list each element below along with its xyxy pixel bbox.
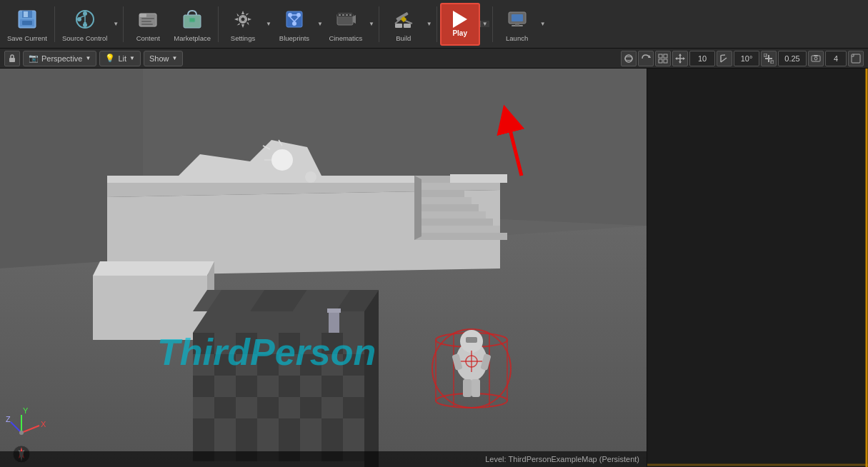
blueprints-icon	[281, 6, 307, 32]
svg-rect-2	[24, 11, 28, 17]
vp-btn-move[interactable]	[672, 51, 688, 66]
camera-speed-value[interactable]: 4	[825, 51, 847, 66]
vp-btn-grid[interactable]	[655, 51, 671, 66]
svg-rect-105	[257, 376, 279, 397]
svg-rect-103	[214, 376, 236, 397]
play-label: Play	[452, 29, 467, 37]
svg-rect-112	[236, 397, 257, 418]
svg-rect-31	[346, 14, 348, 16]
lock-icon	[8, 54, 16, 63]
snap-angle-value[interactable]: 10°	[734, 51, 759, 66]
build-icon	[391, 6, 416, 32]
svg-rect-150	[327, 308, 341, 313]
svg-rect-35	[404, 24, 411, 28]
cinematics-icon	[333, 6, 359, 32]
snap-position-value[interactable]: 10	[689, 51, 715, 66]
svg-rect-40	[515, 24, 519, 26]
separator-3	[218, 6, 219, 42]
play-button-group: Play ▼	[440, 3, 489, 46]
viewport-lock-button[interactable]	[4, 51, 20, 66]
main-area: ThirdPerson X Y Z	[0, 69, 868, 467]
svg-rect-55	[764, 54, 767, 56]
svg-rect-34	[395, 24, 402, 28]
blueprints-button[interactable]: Blueprints	[273, 3, 316, 46]
svg-rect-29	[339, 14, 341, 16]
source-control-dropdown[interactable]: ▼	[111, 3, 120, 46]
right-panel	[647, 69, 868, 467]
svg-text:ThirdPerson: ThirdPerson	[157, 331, 376, 373]
svg-rect-73	[414, 204, 479, 211]
svg-rect-108	[321, 376, 343, 397]
build-button[interactable]: Build	[382, 3, 425, 46]
source-control-group: Source Control ▼	[58, 3, 120, 46]
save-current-button[interactable]: Save Current	[3, 3, 51, 46]
blueprints-dropdown[interactable]: ▼	[316, 3, 324, 46]
vp-btn-angle[interactable]	[717, 51, 732, 66]
svg-point-155	[305, 171, 316, 183]
viewport[interactable]: ThirdPerson X Y Z	[0, 69, 647, 467]
svg-rect-74	[414, 197, 472, 204]
source-control-button[interactable]: Source Control	[58, 3, 111, 46]
svg-rect-46	[664, 54, 667, 58]
marketplace-button[interactable]: Marketplace	[169, 3, 215, 46]
vp-btn-scale[interactable]	[761, 51, 777, 66]
svg-point-22	[292, 21, 296, 26]
launch-dropdown[interactable]: ▼	[539, 3, 547, 46]
svg-point-42	[625, 55, 632, 62]
svg-rect-102	[193, 376, 214, 397]
launch-button[interactable]: Launch	[496, 3, 539, 46]
svg-rect-13	[141, 24, 153, 25]
source-control-label: Source Control	[62, 34, 107, 42]
settings-group: Settings ▼	[221, 3, 273, 46]
source-control-icon	[72, 6, 98, 32]
svg-marker-50	[679, 61, 682, 64]
main-toolbar: Save Current Source Control ▼	[0, 0, 868, 49]
svg-rect-114	[279, 397, 300, 418]
svg-rect-149	[329, 311, 339, 333]
build-dropdown[interactable]: ▼	[425, 3, 434, 46]
snap-scale-value[interactable]: 0.25	[778, 51, 807, 66]
scene-3d: ThirdPerson X Y Z	[0, 69, 647, 467]
svg-rect-113	[257, 397, 279, 418]
svg-rect-11	[141, 18, 154, 19]
build-group: Build ▼	[382, 3, 434, 46]
launch-group: Launch ▼	[496, 3, 547, 46]
launch-icon	[504, 6, 530, 32]
svg-rect-75	[414, 190, 464, 197]
svg-marker-78	[414, 176, 421, 240]
cinematics-group: Cinematics ▼	[324, 3, 376, 46]
svg-rect-104	[236, 376, 257, 397]
svg-rect-69	[414, 233, 507, 240]
vp-btn-camera[interactable]	[808, 51, 824, 66]
separator-1	[54, 6, 55, 42]
vp-btn-maximize[interactable]	[848, 51, 864, 66]
separator-6	[492, 6, 493, 42]
vp-btn-rotate[interactable]	[638, 51, 654, 66]
settings-button[interactable]: Settings	[221, 3, 264, 46]
svg-point-43	[625, 56, 632, 60]
perspective-button[interactable]: 📷 Perspective ▼	[23, 51, 96, 66]
svg-marker-131	[364, 290, 379, 467]
play-button[interactable]: Play	[440, 3, 480, 46]
svg-rect-60	[852, 54, 860, 63]
show-button[interactable]: Show ▼	[144, 51, 183, 66]
svg-marker-51	[675, 57, 677, 60]
viewport-status-bar: Level: ThirdPersonExampleMap (Persistent…	[0, 451, 647, 467]
settings-dropdown[interactable]: ▼	[264, 3, 273, 46]
svg-rect-116	[321, 397, 343, 418]
settings-icon	[230, 6, 256, 32]
svg-rect-41	[9, 58, 15, 62]
vp-btn-sphere[interactable]	[621, 51, 637, 66]
right-panel-svg	[647, 69, 868, 467]
svg-rect-56	[771, 61, 774, 64]
viewport-toolbar: 📷 Perspective ▼ 💡 Lit ▼ Show ▼ 10 10°	[0, 49, 868, 69]
cinematics-button[interactable]: Cinematics	[324, 3, 367, 46]
content-button[interactable]: Content	[126, 3, 169, 46]
cinematics-dropdown[interactable]: ▼	[367, 3, 376, 46]
svg-rect-106	[279, 376, 300, 397]
play-dropdown[interactable]: ▼	[480, 21, 489, 27]
svg-text:X: X	[41, 420, 46, 428]
svg-rect-71	[414, 219, 493, 226]
svg-rect-143	[472, 379, 480, 397]
lit-button[interactable]: 💡 Lit ▼	[99, 51, 141, 66]
